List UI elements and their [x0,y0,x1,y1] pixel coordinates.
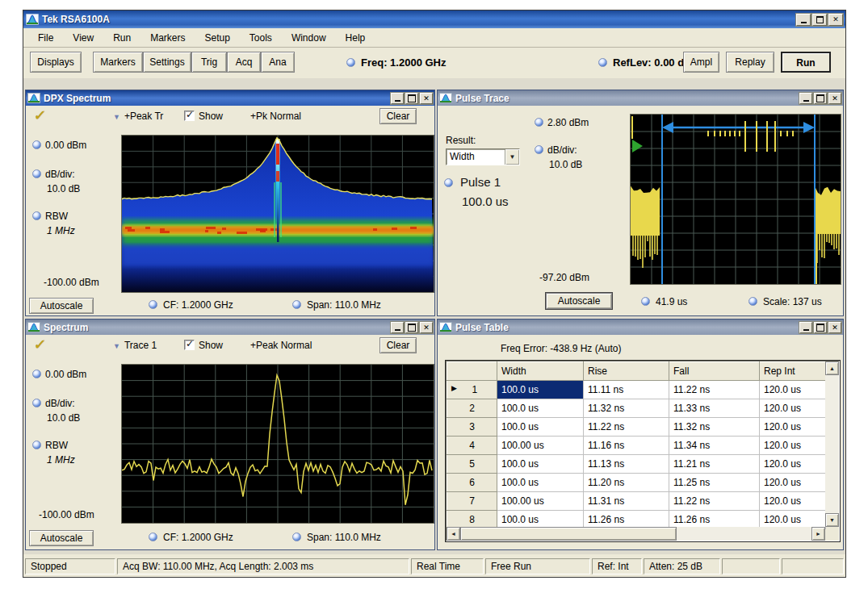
scroll-left-icon[interactable]: ◄ [447,527,460,541]
spectrum-clear-button[interactable]: Clear [379,337,417,353]
cell[interactable]: 11.32 ns [584,399,669,418]
replay-button[interactable]: Replay [726,52,774,73]
cell[interactable]: 11.33 ns [669,399,760,418]
cell[interactable]: 120.0 us [760,381,826,399]
spectrum-trace-selector[interactable]: ▼Trace 1 [113,340,157,351]
spectrum-dbdiv-label[interactable]: dB/div: [32,398,75,409]
cell[interactable]: 100.0 us [497,455,584,474]
cell[interactable]: 120.0 us [760,455,826,474]
dpx-dbdiv-label[interactable]: dB/div: [32,169,75,180]
displays-button[interactable]: Displays [30,52,82,73]
dpx-top-level[interactable]: 0.00 dBm [32,140,86,151]
spec-minimize-button[interactable] [391,322,404,333]
dpx-span-readout[interactable]: Span: 110.0 MHz [292,299,381,311]
menu-markers[interactable]: Markers [140,30,195,46]
dpx-trace-selector[interactable]: ▼+Peak Tr [113,111,163,122]
ana-button[interactable]: Ana [261,52,295,73]
cell[interactable]: 100.0 us [497,418,584,437]
spectrum-top-level[interactable]: 0.00 dBm [32,369,86,380]
pt-pulse-label[interactable]: Pulse 1 [444,175,501,189]
freq-orb-icon [346,58,355,67]
markers-button[interactable]: Markers [93,52,143,73]
cell[interactable]: 11.31 ns [584,492,669,511]
cell[interactable]: 11.22 ns [669,381,760,399]
dpx-autoscale-button[interactable]: Autoscale [29,298,94,314]
freq-readout[interactable]: Freq: 1.2000 GHz [346,56,447,69]
cell[interactable]: 11.34 ns [669,437,760,455]
pt-top-level[interactable]: 2.80 dBm [535,117,589,128]
dpx-show-checkbox[interactable]: ✓Show [184,111,223,122]
cell[interactable]: 120.0 us [760,492,826,511]
spectrum-enabled-check-icon[interactable]: ✓ [32,336,47,353]
minimize-button[interactable] [796,14,811,26]
pt-close-button[interactable]: ✕ [828,93,841,104]
scroll-up-icon[interactable]: ▲ [825,361,839,375]
spectrum-span-readout[interactable]: Span: 110.0 MHz [292,532,381,543]
cell[interactable]: 120.0 us [760,418,826,437]
horizontal-scrollbar[interactable]: ◄ ► [447,527,825,541]
ptbl-maximize-button[interactable] [814,322,827,333]
spectrum-cf-readout[interactable]: CF: 1.2000 GHz [149,532,233,543]
menu-run[interactable]: Run [103,30,140,46]
run-button[interactable]: Run [781,52,831,73]
pt-time-readout[interactable]: 41.9 us [641,296,687,307]
pt-dbdiv-label[interactable]: dB/div: [535,144,577,156]
spectrum-show-checkbox[interactable]: ✓Show [184,340,223,351]
menu-tools[interactable]: Tools [240,30,282,46]
trig-button[interactable]: Trig [191,52,227,73]
cell[interactable]: 11.20 ns [584,474,669,492]
dpx-maximize-button[interactable] [405,93,418,104]
dpx-rbw-label[interactable]: RBW [32,211,68,222]
spec-maximize-button[interactable] [405,322,418,333]
cell[interactable]: 100.0 us [497,474,584,492]
close-button[interactable]: ✕ [828,14,843,26]
cell[interactable]: 11.11 ns [584,381,669,399]
menu-file[interactable]: File [28,30,63,46]
cell[interactable]: 11.22 ns [669,492,760,511]
dpx-clear-button[interactable]: Clear [379,108,417,124]
result-select[interactable]: Width ▼ [446,148,520,165]
cell[interactable]: 120.0 us [760,474,826,492]
spectrum-rbw-label[interactable]: RBW [32,440,68,451]
scrollbar-thumb[interactable] [460,527,677,541]
window-title: Tek RSA6100A [42,14,795,25]
cell[interactable]: 100.0 us [497,381,584,399]
dpx-enabled-check-icon[interactable]: ✓ [32,107,47,124]
cell[interactable]: 100.00 us [497,492,584,511]
cell[interactable]: 11.22 ns [584,418,669,437]
pt-minimize-button[interactable] [799,93,812,104]
spec-close-button[interactable]: ✕ [420,322,433,333]
scroll-right-icon[interactable]: ► [811,527,825,541]
menu-window[interactable]: Window [282,30,336,46]
dpx-title-bar: DPX Spectrum ✕ [26,90,434,106]
cell[interactable]: 11.25 ns [669,474,760,492]
dpx-close-button[interactable]: ✕ [420,93,433,104]
pt-autoscale-button[interactable]: Autoscale [546,293,612,309]
cell[interactable]: 100.0 us [497,399,584,418]
spectrum-autoscale-button[interactable]: Autoscale [29,530,94,546]
pt-maximize-button[interactable] [814,93,827,104]
ampl-button[interactable]: Ampl [683,52,719,73]
row-marker-cell[interactable]: ▶1 [447,381,497,399]
cell[interactable]: 11.32 ns [669,418,760,437]
dpx-cf-readout[interactable]: CF: 1.2000 GHz [149,299,233,311]
cell[interactable]: 100.00 us [497,437,584,455]
vertical-scrollbar[interactable]: ▲ ▼ [825,361,839,527]
ptbl-close-button[interactable]: ✕ [828,322,841,333]
table-row: 7 100.00 us 11.31 ns 11.22 ns 120.0 us [447,492,826,511]
ptbl-minimize-button[interactable] [799,322,812,333]
cell[interactable]: 11.21 ns [669,455,760,474]
scroll-down-icon[interactable]: ▼ [825,513,839,527]
menu-setup[interactable]: Setup [195,30,240,46]
cell[interactable]: 120.0 us [760,399,826,418]
restore-button[interactable] [812,14,827,26]
acq-button[interactable]: Acq [227,52,261,73]
cell[interactable]: 120.0 us [760,437,826,455]
settings-button[interactable]: Settings [143,52,191,73]
pt-scale-readout[interactable]: Scale: 137 us [748,296,822,307]
cell[interactable]: 11.16 ns [584,437,669,455]
menu-view[interactable]: View [63,30,103,46]
dpx-minimize-button[interactable] [391,93,404,104]
cell[interactable]: 11.13 ns [584,455,669,474]
menu-help[interactable]: Help [336,30,375,46]
